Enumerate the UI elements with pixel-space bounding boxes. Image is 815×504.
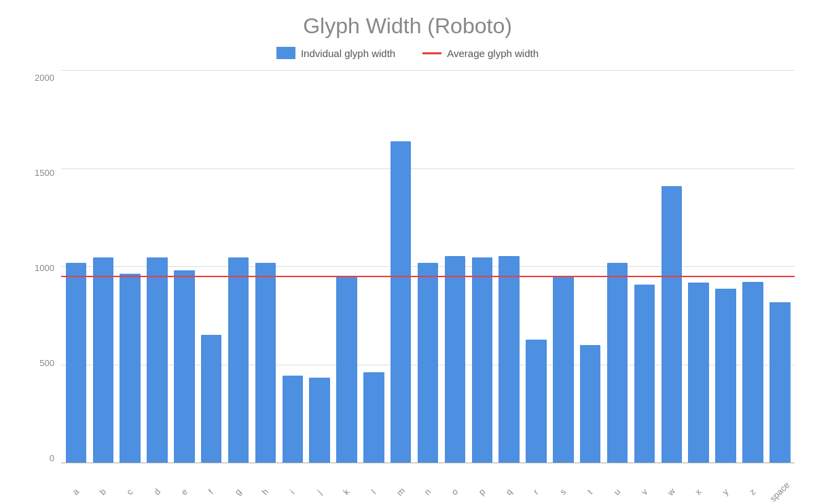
bar-group: d	[145, 70, 170, 463]
x-axis-line	[61, 463, 795, 463]
bar-group: b	[91, 70, 115, 463]
bar-group: j	[308, 70, 332, 463]
bar-group: h	[253, 70, 278, 463]
y-axis-label: 1000	[35, 263, 54, 273]
bar-group: q	[497, 70, 522, 463]
bar-x-label: s	[558, 486, 568, 497]
bar-group: t	[578, 70, 602, 463]
bar-group: l	[361, 70, 386, 463]
bar	[688, 283, 708, 463]
bar-x-label: h	[260, 486, 271, 497]
bar-group: k	[335, 70, 359, 463]
bar	[283, 376, 303, 463]
bar-x-label: w	[666, 486, 677, 497]
bar	[499, 256, 519, 463]
bar-x-label: b	[98, 486, 109, 497]
bar	[201, 335, 221, 463]
bar-x-label: z	[747, 486, 757, 497]
bar-group: p	[470, 70, 494, 463]
bar-x-label: c	[125, 486, 135, 497]
bar	[742, 282, 763, 463]
bar	[255, 263, 276, 463]
bar-x-label: p	[477, 486, 488, 497]
bar-group: o	[443, 70, 467, 463]
bar-group: w	[659, 70, 684, 463]
y-axis-label: 0	[50, 453, 54, 463]
bar-group: m	[388, 70, 413, 463]
bar-group: g	[226, 70, 251, 463]
bar	[553, 276, 573, 463]
bar	[228, 257, 249, 463]
bar-x-label: j	[315, 488, 324, 497]
bar	[363, 372, 384, 463]
bar-x-label: y	[721, 486, 731, 497]
bar	[418, 263, 438, 463]
bar	[445, 256, 465, 463]
bar-x-label: i	[288, 488, 297, 497]
bar-x-label: g	[233, 486, 244, 497]
bar-x-label: u	[612, 486, 623, 497]
bar-x-label: space	[767, 480, 791, 503]
bar	[769, 302, 790, 463]
bar-group: c	[118, 70, 143, 463]
bar	[580, 345, 600, 463]
bar-group: y	[714, 70, 738, 463]
bar-group: a	[64, 70, 88, 463]
bar-x-label: m	[395, 486, 407, 498]
bar-group: r	[524, 70, 549, 463]
y-axis: 2000150010005000	[20, 70, 61, 497]
bar-group: i	[280, 70, 305, 463]
bar-x-label: x	[693, 486, 704, 497]
bar-x-label: l	[369, 488, 378, 497]
bar-group: s	[551, 70, 575, 463]
bar-x-label: v	[639, 486, 649, 497]
bar	[174, 270, 194, 463]
chart-container: Glyph Width (Roboto) Indvidual glyph wid…	[0, 0, 815, 504]
bar	[309, 378, 329, 463]
bar	[93, 257, 113, 463]
legend-bar-swatch	[276, 47, 295, 59]
bar-x-label: d	[151, 486, 162, 497]
bar	[120, 274, 140, 463]
bar-x-label: k	[342, 486, 352, 497]
legend-line-swatch	[422, 52, 441, 54]
bar	[526, 340, 546, 463]
y-axis-label: 1500	[35, 168, 54, 178]
bar-group: e	[172, 70, 196, 463]
bar-x-label: a	[71, 486, 82, 497]
bar-x-label: n	[422, 486, 433, 497]
bar	[472, 257, 492, 463]
bar-x-label: t	[585, 487, 594, 496]
legend-line-item: Average glyph width	[422, 48, 539, 59]
bar-group: space	[767, 70, 792, 463]
bars-inner: abcdefghijklmnopqrstuvwxyzspace	[61, 70, 795, 463]
y-axis-label: 2000	[35, 73, 54, 83]
bar-group: z	[740, 70, 765, 463]
bar	[391, 141, 411, 463]
plot-area: abcdefghijklmnopqrstuvwxyzspace	[61, 70, 795, 497]
bar-group: f	[199, 70, 223, 463]
bar-x-label: q	[503, 486, 514, 497]
bar-x-label: e	[179, 486, 189, 497]
bars-area: abcdefghijklmnopqrstuvwxyzspace	[61, 70, 795, 497]
bar	[147, 257, 167, 463]
bar-group: v	[632, 70, 657, 463]
bar	[607, 263, 628, 463]
bar	[715, 289, 736, 463]
bar-x-label: o	[450, 486, 460, 497]
bar-group: x	[687, 70, 711, 463]
bar	[336, 276, 357, 463]
legend-line-label: Average glyph width	[447, 48, 539, 59]
bar-group: u	[605, 70, 630, 463]
y-axis-label: 500	[39, 358, 54, 368]
bar-x-label: r	[531, 487, 541, 497]
chart-title: Glyph Width (Roboto)	[303, 14, 512, 39]
bar	[634, 285, 655, 463]
legend-bar-label: Indvidual glyph width	[301, 48, 395, 59]
chart-area: 2000150010005000 abcdefghijklmnopqrstuvw…	[20, 70, 795, 497]
legend-bar-item: Indvidual glyph width	[276, 47, 395, 59]
legend: Indvidual glyph width Average glyph widt…	[276, 47, 539, 59]
bar	[66, 263, 86, 463]
bar-group: n	[416, 70, 440, 463]
bar	[662, 186, 682, 463]
